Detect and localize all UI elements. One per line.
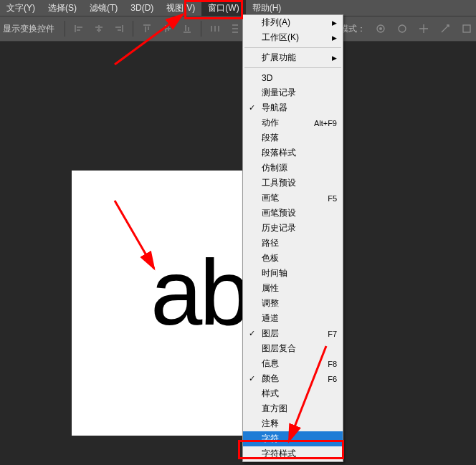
svg-point-25: [379, 27, 382, 30]
menu-dropdown-item[interactable]: ✓图层F7: [243, 326, 343, 341]
submenu-arrow-icon: ▶: [332, 34, 337, 42]
svg-rect-5: [97, 29, 101, 31]
menu-item-label: 颜色: [262, 373, 279, 385]
align-left-icon: [71, 21, 87, 37]
menu-item[interactable]: 帮助(H): [246, 0, 288, 16]
separator: [201, 21, 201, 37]
menu-bar: 文字(Y)选择(S)滤镜(T)3D(D)视图(V)窗口(W)帮助(H): [0, 0, 476, 16]
menu-dropdown-item[interactable]: 直方图: [243, 401, 343, 416]
menu-item-label: 通道: [262, 312, 279, 325]
align-center-h-icon: [91, 21, 107, 37]
check-icon: ✓: [249, 329, 255, 338]
menu-item-label: 扩展功能: [262, 52, 296, 64]
align-right-icon: [111, 21, 127, 37]
svg-rect-11: [148, 27, 149, 30]
menu-shortcut: Alt+F9: [314, 119, 337, 128]
menu-item-label: 画笔预设: [262, 207, 296, 219]
canvas-text: ab: [151, 239, 249, 346]
menu-dropdown-item[interactable]: 工具预设: [243, 176, 343, 191]
workspace: ab: [0, 42, 476, 465]
separator: [65, 21, 65, 37]
menu-dropdown-item[interactable]: 时间轴: [243, 266, 343, 281]
svg-rect-7: [115, 27, 121, 28]
menu-dropdown-item[interactable]: 段落: [243, 130, 343, 145]
menu-item-label: 色板: [262, 252, 279, 264]
menu-item-label: 字符: [262, 433, 279, 445]
menu-item-label: 工作区(K): [262, 32, 299, 44]
menu-dropdown-item[interactable]: 属性: [243, 281, 343, 296]
scale-icon[interactable]: [460, 22, 473, 35]
menu-dropdown-item[interactable]: 画笔F5: [243, 191, 343, 206]
distribute-v-icon: [227, 21, 243, 37]
menu-dropdown-item[interactable]: 3D: [243, 70, 343, 85]
menu-dropdown-item[interactable]: 图层复合: [243, 341, 343, 356]
menu-separator: [244, 47, 341, 48]
align-top-icon: [139, 21, 155, 37]
menu-dropdown-item[interactable]: 注释: [243, 416, 343, 431]
menu-dropdown-item[interactable]: 信息F8: [243, 356, 343, 371]
document-canvas[interactable]: ab: [72, 171, 242, 436]
menu-item-label: 测量记录: [262, 87, 296, 99]
menu-dropdown-item[interactable]: 调整: [243, 296, 343, 311]
menu-item-label: 段落: [262, 132, 279, 144]
align-bottom-icon: [179, 21, 195, 37]
svg-rect-4: [95, 27, 103, 28]
slide-icon[interactable]: [439, 22, 452, 35]
menu-item[interactable]: 文字(Y): [0, 0, 42, 16]
menu-item-label: 动作: [262, 117, 279, 129]
menu-dropdown-item[interactable]: 段落样式: [243, 145, 343, 160]
menu-dropdown-item[interactable]: 色板: [243, 251, 343, 266]
menu-dropdown-item[interactable]: 历史记录: [243, 221, 343, 236]
menu-item-label: 图层复合: [262, 342, 296, 355]
svg-rect-0: [75, 25, 76, 32]
svg-rect-19: [214, 26, 216, 32]
svg-rect-6: [122, 25, 123, 32]
menu-dropdown-item[interactable]: 字符样式: [243, 446, 343, 461]
svg-rect-12: [163, 28, 171, 29]
menu-item[interactable]: 选择(S): [42, 0, 83, 16]
svg-rect-17: [188, 27, 189, 31]
check-icon: ✓: [249, 103, 255, 112]
svg-rect-15: [184, 32, 191, 33]
menu-dropdown-item[interactable]: 样式: [243, 386, 343, 401]
menu-dropdown-item[interactable]: ✓导航器: [243, 100, 343, 115]
menu-item[interactable]: 滤镜(T): [83, 0, 124, 16]
menu-item-label: 直方图: [262, 403, 287, 415]
menu-item-label: 排列(A): [262, 16, 290, 29]
svg-rect-18: [211, 26, 212, 32]
menu-dropdown-item[interactable]: ✓颜色F6: [243, 371, 343, 386]
menu-dropdown-item[interactable]: 动作Alt+F9: [243, 115, 343, 130]
menu-dropdown-item[interactable]: 扩展功能▶: [243, 50, 343, 65]
menu-dropdown-item[interactable]: 路径: [243, 236, 343, 251]
orbit-icon[interactable]: [374, 22, 387, 35]
menu-dropdown-item[interactable]: 仿制源: [243, 160, 343, 176]
roll-icon[interactable]: [396, 22, 409, 35]
menu-item[interactable]: 窗口(W): [201, 0, 245, 16]
pan-icon[interactable]: [417, 22, 430, 35]
submenu-arrow-icon: ▶: [332, 19, 337, 27]
menu-item-label: 工具预设: [262, 177, 296, 189]
menu-item-label: 画笔: [262, 192, 279, 204]
menu-dropdown-item[interactable]: 画笔预设: [243, 206, 343, 221]
menu-dropdown-item[interactable]: 测量记录: [243, 85, 343, 100]
svg-rect-27: [463, 25, 470, 32]
menu-dropdown-item[interactable]: 通道: [243, 311, 343, 326]
check-icon: ✓: [249, 374, 255, 383]
menu-item[interactable]: 3D(D): [124, 0, 160, 16]
menu-item-label: 时间轴: [262, 267, 287, 279]
menu-item-label: 字符样式: [262, 448, 296, 460]
svg-rect-3: [98, 25, 100, 32]
menu-item[interactable]: 视图(V): [160, 0, 201, 16]
menu-dropdown-item[interactable]: 工作区(K)▶: [243, 30, 343, 45]
menu-dropdown-item[interactable]: 排列(A)▶: [243, 15, 343, 30]
distribute-h-icon: [207, 21, 223, 37]
svg-rect-2: [77, 29, 80, 31]
options-bar: 显示变换控件 3D 模式：: [0, 16, 476, 42]
svg-rect-13: [165, 25, 166, 32]
window-menu-dropdown: 排列(A)▶工作区(K)▶扩展功能▶3D测量记录✓导航器动作Alt+F9段落段落…: [242, 14, 343, 462]
svg-rect-10: [145, 27, 146, 32]
menu-dropdown-item[interactable]: 字符: [243, 431, 343, 446]
menu-item-label: 导航器: [262, 102, 287, 114]
menu-item-label: 属性: [262, 282, 279, 294]
svg-rect-16: [185, 25, 186, 31]
